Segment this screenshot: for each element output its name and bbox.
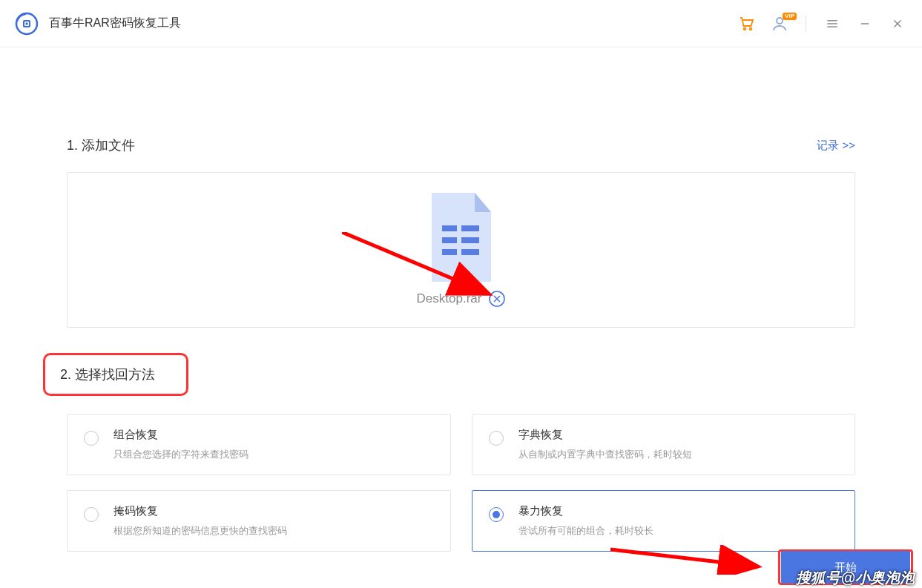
svg-point-4 [744, 27, 746, 30]
method-card-bruteforce[interactable]: 暴力恢复 尝试所有可能的组合，耗时较长 [472, 490, 856, 552]
method-title: 字典恢复 [518, 428, 692, 442]
section2-title-highlight: 2. 选择找回方法 [43, 353, 188, 396]
section1-title: 1. 添加文件 [67, 136, 135, 154]
app-header: 百事牛RAR密码恢复工具 VIP [0, 0, 922, 47]
method-desc: 从自制或内置字典中查找密码，耗时较短 [518, 448, 692, 461]
app-logo-icon [15, 12, 39, 36]
method-title: 暴力恢复 [518, 504, 653, 518]
file-name-row: Desktop.rar [417, 291, 506, 307]
file-name: Desktop.rar [417, 291, 482, 306]
vip-badge: VIP [783, 13, 797, 20]
svg-line-25 [610, 549, 751, 566]
section2-title: 2. 选择找回方法 [60, 366, 155, 383]
radio-icon [489, 507, 504, 522]
user-icon[interactable]: VIP [770, 14, 789, 33]
app-title: 百事牛RAR密码恢复工具 [49, 16, 181, 31]
watermark: 搜狐号@小奥泡泡 [796, 568, 915, 588]
remove-file-icon[interactable] [489, 291, 505, 307]
main-content: 1. 添加文件 记录 >> Desktop.rar [0, 47, 922, 552]
radio-icon [84, 507, 99, 522]
method-card-combination[interactable]: 组合恢复 只组合您选择的字符来查找密码 [67, 414, 451, 475]
file-icon [427, 193, 495, 282]
methods-grid: 组合恢复 只组合您选择的字符来查找密码 字典恢复 从自制或内置字典中查找密码，耗… [67, 414, 855, 552]
svg-point-5 [750, 27, 752, 30]
method-title: 掩码恢复 [113, 504, 287, 518]
svg-rect-16 [461, 225, 479, 231]
radio-icon [489, 431, 504, 446]
radio-icon [84, 431, 99, 446]
method-card-mask[interactable]: 掩码恢复 根据您所知道的密码信息更快的查找密码 [67, 490, 451, 552]
menu-icon[interactable] [823, 14, 842, 33]
close-icon[interactable] [888, 14, 907, 33]
method-desc: 尝试所有可能的组合，耗时较长 [518, 524, 653, 538]
method-desc: 只组合您选择的字符来查找密码 [113, 448, 248, 461]
svg-rect-20 [461, 249, 479, 255]
file-drop-area[interactable]: Desktop.rar [67, 172, 855, 328]
svg-rect-17 [442, 237, 457, 243]
method-title: 组合恢复 [113, 428, 248, 442]
svg-rect-3 [26, 22, 28, 24]
header-left: 百事牛RAR密码恢复工具 [15, 12, 181, 36]
minimize-icon[interactable] [855, 14, 875, 33]
method-card-dictionary[interactable]: 字典恢复 从自制或内置字典中查找密码，耗时较短 [472, 414, 856, 475]
cart-icon[interactable] [737, 14, 757, 33]
svg-rect-15 [442, 225, 457, 231]
svg-rect-19 [442, 249, 457, 255]
method-desc: 根据您所知道的密码信息更快的查找密码 [113, 524, 287, 538]
header-separator [806, 16, 806, 32]
svg-point-6 [777, 18, 783, 24]
records-link[interactable]: 记录 >> [817, 139, 855, 153]
section1-header: 1. 添加文件 记录 >> [67, 136, 855, 154]
svg-rect-18 [461, 237, 479, 243]
header-right: VIP [737, 14, 907, 33]
